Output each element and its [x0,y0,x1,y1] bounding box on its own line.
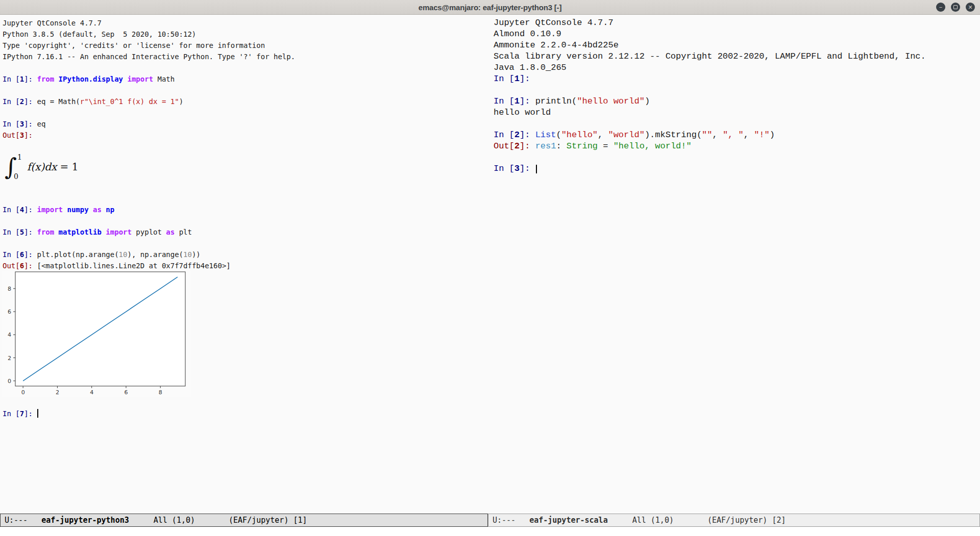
minimize-icon: − [939,3,942,12]
text-segment: "world" [608,130,644,140]
text-segment: Jupyter QtConsole 4.7.7 [494,18,614,28]
text-segment: 6 [20,262,24,270]
console-line: Jupyter QtConsole 4.7.7 [3,17,488,29]
maximize-button[interactable] [951,3,960,12]
emacs-window: emacs@manjaro: eaf-jupyter-python3 [-] −… [0,0,980,536]
text-segment: ), np.arange( [127,250,183,259]
text-segment: ]: [24,206,37,214]
text-segment: In [ [3,410,20,418]
text-segment: In [ [3,75,20,83]
text-segment: ]: [520,130,535,140]
integral-expression: ∫10f(x)dx = 1 [5,150,78,184]
console-line: Java 1.8.0_265 [494,62,980,73]
text-segment: IPython 7.16.1 -- An enhanced Interactiv… [3,53,295,61]
text-segment: Math [153,75,175,83]
text-segment: ]: [24,250,37,259]
jupyter-console-python[interactable]: Jupyter QtConsole 4.7.7Python 3.8.5 (def… [0,14,488,514]
text-segment: ]: [520,74,530,84]
text-segment: matplotlib [59,228,102,236]
console-line: In [5]: from matplotlib import pyplot as… [3,226,488,238]
text-segment: 3 [514,164,520,173]
text-segment: "hello, world!" [614,141,692,151]
console-line: In [2]: List("hello", "world").mkString(… [494,130,980,141]
console-line: Type 'copyright', 'credits' or 'license'… [3,40,488,51]
console-blank-line [3,215,488,226]
console-blank-line [3,397,488,408]
x-tick-label: 2 [56,389,59,396]
text-segment: res1 [535,141,556,151]
text-segment: In [ [494,74,514,84]
console-line: In [7]: [3,408,488,419]
minimize-button[interactable]: − [936,3,945,12]
integral-upper-limit: 1 [17,151,22,163]
console-blank-line [3,62,488,73]
text-segment: In [ [3,250,20,259]
console-line: Ammonite 2.2.0-4-4bd225e [494,40,980,51]
text-segment: eq = Math( [37,97,80,106]
close-icon: ✕ [968,3,972,12]
maximize-icon [953,5,958,9]
frame-content: Jupyter QtConsole 4.7.7Python 3.8.5 (def… [0,14,980,514]
console-line: In [1]: from IPython.display import Math [3,73,488,85]
text-segment [54,228,58,236]
close-button[interactable]: ✕ [966,3,975,12]
x-tick-label: 4 [90,389,93,396]
text-segment: numpy [67,206,88,214]
text-segment: "" [702,130,712,140]
text-segment: r"\int_0^1 f(x) dx = 1" [80,97,179,106]
modeline-major-mode: (EAF/jupyter) [2] [707,516,786,525]
mode-lines: U:--- eaf-jupyter-python3 All (1,0) (EAF… [0,514,980,527]
title-bar[interactable]: emacs@manjaro: eaf-jupyter-python3 [-] −… [0,0,980,15]
text-segment: pyplot [132,228,166,236]
console-blank-line [3,107,488,118]
console-line: In [3]: eq [3,118,488,130]
text-segment: from [37,228,54,236]
text-segment: ]: [520,141,535,151]
text-segment: Ammonite 2.2.0-4-4bd225e [494,40,619,50]
text-segment: , [713,130,723,140]
modeline-python[interactable]: U:--- eaf-jupyter-python3 All (1,0) (EAF… [0,514,488,527]
text-segment: 6 [20,250,24,259]
text-segment: Out[ [3,131,20,139]
text-segment: import [37,206,63,214]
console-line: Python 3.8.5 (default, Sep 5 2020, 10:50… [3,29,488,40]
text-segment: : [556,141,566,151]
y-tick-label: 4 [8,331,11,338]
y-tick-label: 2 [8,355,11,362]
console-line: hello world [494,107,980,118]
console-line: Almond 0.10.9 [494,29,980,40]
text-segment: "hello" [561,130,598,140]
text-segment: ( [556,130,561,140]
text-segment [89,206,93,214]
console-line: Out[3]: [3,130,488,141]
console-line: In [4]: import numpy as np [3,204,488,215]
text-segment: 3 [20,120,24,128]
integral-lower-limit: 0 [14,171,22,182]
plot-canvas: 0246802468 [2,271,191,397]
window-controls: − ✕ [936,3,975,12]
modeline-position: All (1,0) [632,516,674,525]
modeline-major-mode: (EAF/jupyter) [1] [229,516,307,525]
text-segment: Java 1.8.0_265 [494,63,567,72]
text-segment: String [567,141,598,151]
text-segment: ) [770,130,775,140]
text-segment: 1 [514,96,520,106]
console-line: IPython 7.16.1 -- An enhanced Interactiv… [3,51,488,62]
jupyter-console-scala[interactable]: Jupyter QtConsole 4.7.7Almond 0.10.9Ammo… [488,14,980,514]
text-segment: 4 [20,206,24,214]
text-segment: ).mkString( [645,130,702,140]
text-segment: 1 [20,75,24,83]
text-segment: 2 [514,130,520,140]
x-tick-label: 6 [124,389,128,396]
text-segment: Jupyter QtConsole 4.7.7 [3,19,102,27]
console-line: Jupyter QtConsole 4.7.7 [494,17,980,29]
console-blank-line [3,85,488,96]
modeline-position: All (1,0) [154,516,195,525]
console-line: Out[6]: [<matplotlib.lines.Line2D at 0x7… [3,260,488,271]
text-segment: ]: [24,262,37,270]
modeline-scala[interactable]: U:--- eaf-jupyter-scala All (1,0) (EAF/j… [488,514,980,527]
echo-area [0,527,980,536]
matplotlib-figure: 0246802468 [2,271,488,397]
text-segment: )) [192,250,201,259]
equation-body: f(x)dx = 1 [27,161,79,172]
